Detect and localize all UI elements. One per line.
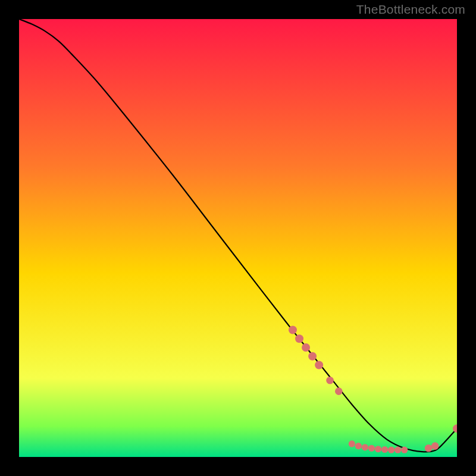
watermark-label: TheBottleneck.com bbox=[356, 2, 465, 17]
gradient-background bbox=[19, 19, 457, 457]
data-marker bbox=[388, 447, 394, 453]
chart-stage: TheBottleneck.com bbox=[0, 0, 476, 476]
data-marker bbox=[295, 334, 303, 343]
data-marker bbox=[394, 447, 401, 453]
data-marker bbox=[308, 352, 317, 361]
data-marker bbox=[381, 446, 388, 453]
data-marker bbox=[425, 444, 433, 452]
data-marker bbox=[431, 442, 439, 450]
chart-svg bbox=[19, 19, 457, 457]
data-marker bbox=[349, 440, 355, 447]
data-marker bbox=[289, 326, 297, 334]
data-marker bbox=[355, 443, 362, 449]
data-marker bbox=[335, 387, 343, 395]
plot-area bbox=[19, 19, 457, 457]
data-marker bbox=[362, 444, 368, 450]
data-marker bbox=[368, 445, 375, 452]
data-marker bbox=[315, 361, 323, 369]
data-marker bbox=[375, 446, 381, 452]
data-marker bbox=[326, 377, 334, 384]
data-marker bbox=[302, 343, 310, 352]
data-marker bbox=[401, 447, 408, 453]
